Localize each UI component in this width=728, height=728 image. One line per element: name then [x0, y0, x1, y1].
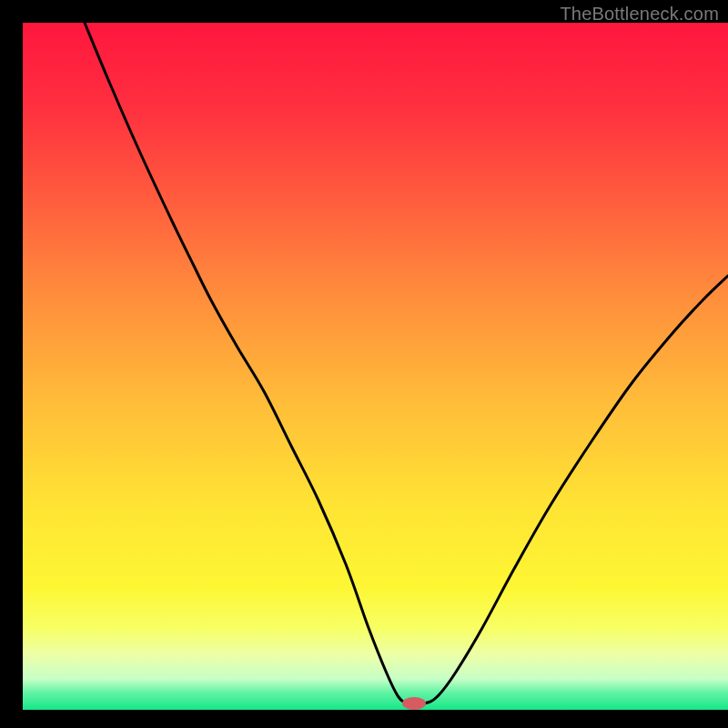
optimum-marker — [402, 697, 426, 710]
bottom-border — [0, 710, 728, 728]
chart-stage: TheBottleneck.com — [0, 0, 728, 728]
plot-svg — [0, 0, 728, 728]
watermark-text: TheBottleneck.com — [560, 4, 719, 25]
left-border — [0, 0, 23, 728]
